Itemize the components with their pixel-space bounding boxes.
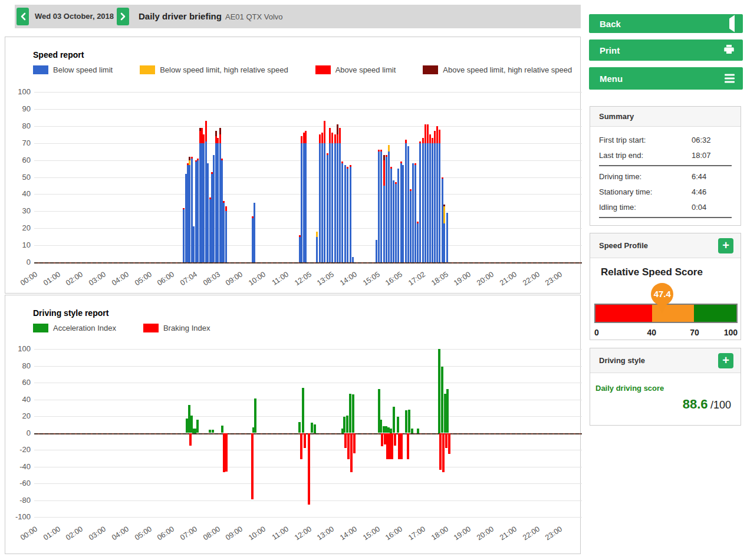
legend-label: Braking Index <box>163 324 210 332</box>
y-tick-label: 60 <box>6 378 31 387</box>
acceleration-bar <box>393 407 395 433</box>
menu-button-label: Menu <box>600 74 623 84</box>
acceleration-bar <box>196 420 199 433</box>
print-button-label: Print <box>600 45 620 55</box>
x-tick-label: 11:00 <box>261 270 289 294</box>
speed-bar-segment <box>432 138 433 143</box>
print-button[interactable]: Print <box>589 39 743 61</box>
speed-bar-segment <box>388 145 390 152</box>
speed-bar-segment <box>305 143 307 262</box>
summary-body: First trip start:06:32Last trip end:18:0… <box>590 127 741 218</box>
next-day-button[interactable] <box>117 8 129 25</box>
acceleration-bar <box>352 394 354 433</box>
speed-bar-segment <box>439 130 440 143</box>
speed-bar-segment <box>410 189 412 191</box>
speed-bar-segment <box>321 143 323 262</box>
speed-bar-segment <box>383 186 385 262</box>
speed-bar-segment <box>424 124 426 143</box>
page: Wed 03 October, 2018 Daily driver briefi… <box>0 0 747 560</box>
summary-row-value: 06:32 <box>692 136 732 144</box>
speed-bar-segment <box>427 143 429 262</box>
speed-bar-segment <box>344 165 346 262</box>
braking-bar <box>394 433 396 446</box>
speed-bar-segment <box>352 257 354 262</box>
x-tick-label: 14:00 <box>330 525 358 548</box>
vehicle-label: AE01 QTX Volvo <box>225 5 283 29</box>
speed-bar-segment <box>347 169 348 262</box>
speed-bar-segment <box>341 163 343 262</box>
speed-bar-segment <box>337 134 338 143</box>
speed-bar-segment <box>223 201 225 203</box>
speed-bar-segment <box>424 143 426 262</box>
y-tick-label: 0 <box>6 429 31 438</box>
speed-chart-plot: 010203040506070809010000:0001:0002:0003:… <box>34 92 582 262</box>
braking-bar <box>442 433 445 473</box>
acceleration-bar <box>349 394 351 433</box>
x-axis-line <box>34 262 582 263</box>
speed-bar-segment <box>219 134 221 143</box>
daily-driving-score-value: 88.6 <box>683 397 708 411</box>
legend-label: Below speed limit <box>53 65 113 74</box>
acceleration-bar <box>405 410 407 433</box>
braking-bar <box>448 433 450 454</box>
speed-bar-segment <box>422 143 424 262</box>
summary-row-value: 4:46 <box>692 187 732 196</box>
speed-bar-segment <box>316 232 318 237</box>
gridline <box>34 109 582 110</box>
speed-profile-add-button[interactable]: + <box>718 238 733 253</box>
gauge-tick-label: 0 <box>594 328 599 337</box>
legend-label: Acceleration Index <box>53 324 116 332</box>
y-tick-label: 90 <box>6 104 31 114</box>
menu-button[interactable]: Menu <box>589 67 743 90</box>
acceleration-bar <box>212 430 214 433</box>
speed-bar-segment <box>321 133 323 143</box>
driving-chart-plot: -100-80-60-40-2002040608010000:0001:0002… <box>34 349 582 517</box>
legend-item: Above speed limit, high relative speed <box>423 65 572 74</box>
summary-panel-title: Summary <box>590 107 741 127</box>
summary-row-label: Idling time: <box>599 203 692 212</box>
speed-bar-segment <box>337 143 338 262</box>
y-tick-label: 0 <box>6 258 31 267</box>
y-tick-label: -40 <box>6 462 31 472</box>
gauge-tick-label: 40 <box>647 328 656 337</box>
speed-bar-segment <box>397 169 399 262</box>
summary-row: First trip start:06:32 <box>590 132 741 147</box>
x-tick-label: 11:00 <box>261 525 289 548</box>
acceleration-bar <box>397 417 399 433</box>
daily-driving-score-label: Daily driving score <box>595 384 664 393</box>
y-tick-label: 40 <box>6 189 31 199</box>
speed-bar-segment <box>390 169 392 262</box>
x-tick-label: 21:00 <box>489 270 518 294</box>
speed-bar-segment <box>414 165 416 262</box>
speed-bar-segment <box>378 150 380 151</box>
speed-bar-segment <box>347 167 348 169</box>
summary-row-label: First trip start: <box>599 136 692 144</box>
previous-day-button[interactable] <box>17 8 29 25</box>
y-tick-label: 70 <box>6 139 31 148</box>
y-tick-label: -80 <box>6 496 31 505</box>
speed-profile-panel: Speed Profile + Relative Speed Score 47.… <box>590 233 741 340</box>
back-button[interactable]: Back <box>589 14 743 33</box>
legend-item: Acceleration Index <box>33 324 116 332</box>
speed-bar-segment <box>410 191 412 262</box>
marker-pointer-icon <box>657 304 667 314</box>
acceleration-bar <box>302 388 304 433</box>
summary-row-label: Driving time: <box>599 172 692 181</box>
summary-row-label: Last trip end: <box>599 151 692 160</box>
speed-bar-segment <box>443 206 445 223</box>
legend-label: Above speed limit, high relative speed <box>443 65 572 74</box>
legend-label: Below speed limit, high relative speed <box>160 65 288 74</box>
braking-bar <box>344 433 347 449</box>
gauge-tick-label: 70 <box>690 328 699 337</box>
braking-bar <box>347 433 350 459</box>
braking-bar <box>189 433 192 446</box>
braking-bar <box>353 433 356 453</box>
braking-bar <box>308 433 310 505</box>
speed-bar-segment <box>402 165 404 262</box>
speed-bar-segment <box>350 165 351 167</box>
speed-bar-segment <box>331 133 333 143</box>
driving-style-add-button[interactable]: + <box>718 353 733 368</box>
gridline <box>34 366 582 367</box>
summary-row-label: Stationary time: <box>599 187 692 196</box>
speed-bar-segment <box>395 182 397 184</box>
